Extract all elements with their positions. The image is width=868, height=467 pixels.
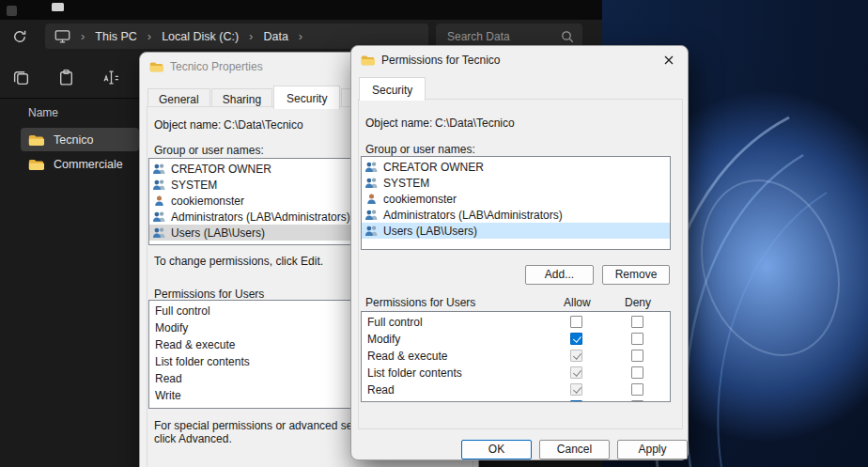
group-name: Users (LAB\Users) bbox=[171, 226, 265, 240]
permissions-for-users-label: Permissions for Users bbox=[154, 288, 264, 301]
explorer-titlebar bbox=[0, 0, 602, 20]
deny-checkbox[interactable] bbox=[631, 333, 643, 345]
object-name-label: Object name: bbox=[365, 117, 432, 130]
folder-icon bbox=[149, 61, 163, 72]
allow-checkbox[interactable] bbox=[570, 400, 582, 402]
user-icon bbox=[364, 193, 379, 205]
advanced-hint-line1: For special permissions or advanced sett… bbox=[154, 419, 374, 432]
group-icon bbox=[152, 179, 166, 191]
group-icon bbox=[364, 177, 379, 189]
object-name-label: Object name: bbox=[154, 118, 221, 132]
user-icon bbox=[152, 195, 166, 207]
group-names-label: Group or user names: bbox=[365, 143, 475, 156]
group-icon bbox=[364, 161, 379, 173]
this-pc-icon[interactable] bbox=[54, 29, 70, 43]
group-name: SYSTEM bbox=[171, 179, 217, 192]
group-icon bbox=[364, 209, 379, 221]
group-icon bbox=[152, 210, 166, 223]
deny-checkbox[interactable] bbox=[631, 316, 643, 328]
dialog-title: Tecnico Properties bbox=[170, 60, 263, 73]
object-name-value: C:\Data\Tecnico bbox=[224, 118, 303, 132]
window-icon bbox=[7, 6, 17, 16]
allow-checkbox bbox=[570, 350, 582, 362]
group-icon bbox=[152, 163, 166, 175]
breadcrumb-data[interactable]: Data bbox=[263, 30, 287, 43]
deny-checkbox[interactable] bbox=[631, 400, 643, 402]
deny-checkbox[interactable] bbox=[631, 350, 643, 362]
permissions-dialog: Permissions for Tecnico Security Object … bbox=[350, 45, 689, 460]
cancel-button[interactable]: Cancel bbox=[539, 440, 610, 459]
file-name: Commerciale bbox=[54, 158, 123, 171]
permission-row-full-control[interactable]: Full control bbox=[362, 314, 670, 331]
folder-icon bbox=[28, 158, 44, 171]
add-button[interactable]: Add... bbox=[525, 265, 594, 285]
permission-row-read[interactable]: Read bbox=[362, 381, 670, 398]
allow-column-header: Allow bbox=[564, 296, 591, 309]
object-name-value: C:\Data\Tecnico bbox=[435, 117, 515, 130]
group-name: cookiemonster bbox=[383, 193, 457, 206]
ok-button[interactable]: OK bbox=[461, 440, 532, 459]
desktop: › This PC › Local Disk (C:) › Data › bbox=[0, 0, 868, 467]
tab-security[interactable]: Security bbox=[273, 86, 340, 109]
folder-icon bbox=[28, 133, 44, 147]
explorer-tab-icon bbox=[52, 3, 64, 11]
allow-checkbox[interactable] bbox=[570, 316, 582, 328]
chevron-right-icon: › bbox=[81, 29, 85, 43]
permissions-for-users-label: Permissions for Users bbox=[365, 296, 475, 309]
group-list-item[interactable]: Administrators (LAB\Administrators) bbox=[362, 207, 670, 223]
column-header-name[interactable]: Name bbox=[28, 106, 58, 119]
edit-hint: To change permissions, click Edit. bbox=[154, 255, 323, 268]
dialog-title: Permissions for Tecnico bbox=[381, 54, 501, 67]
group-name: Administrators (LAB\Administrators) bbox=[383, 209, 563, 222]
group-name: Administrators (LAB\Administrators) bbox=[171, 210, 350, 224]
group-list-item[interactable]: cookiemonster bbox=[362, 191, 670, 207]
folder-icon bbox=[361, 54, 375, 66]
chevron-right-icon: › bbox=[299, 29, 302, 43]
permission-row-modify[interactable]: Modify bbox=[362, 331, 670, 348]
group-name: Users (LAB\Users) bbox=[383, 225, 477, 238]
copy-icon[interactable] bbox=[10, 67, 31, 87]
group-list-item[interactable]: SYSTEM bbox=[362, 175, 670, 191]
tab-security[interactable]: Security bbox=[359, 77, 426, 101]
deny-checkbox[interactable] bbox=[631, 383, 643, 396]
apply-button[interactable]: Apply bbox=[617, 440, 688, 459]
permissions-tabs: Security bbox=[359, 78, 426, 101]
permission-row-write[interactable]: Write bbox=[362, 398, 670, 402]
permissions-list: Full control Modify Read & execute List … bbox=[361, 311, 671, 402]
group-name: cookiemonster bbox=[171, 195, 244, 208]
group-icon bbox=[364, 225, 379, 237]
chevron-right-icon: › bbox=[147, 29, 151, 43]
allow-checkbox bbox=[570, 383, 582, 396]
group-list-item-selected[interactable]: Users (LAB\Users) bbox=[362, 223, 670, 239]
breadcrumb-local-disk-c[interactable]: Local Disk (C:) bbox=[162, 30, 239, 43]
group-name: CREATOR OWNER bbox=[383, 161, 484, 174]
breadcrumb-this-pc[interactable]: This PC bbox=[95, 30, 136, 43]
group-list: CREATOR OWNER SYSTEM cookiemonster Admin… bbox=[361, 156, 671, 250]
allow-checkbox[interactable] bbox=[570, 333, 582, 345]
advanced-hint-line2: click Advanced. bbox=[154, 432, 232, 445]
permission-row-read-execute[interactable]: Read & execute bbox=[362, 348, 670, 365]
file-name: Tecnico bbox=[54, 133, 93, 147]
permissions-dialog-titlebar: Permissions for Tecnico bbox=[351, 46, 688, 74]
chevron-right-icon: › bbox=[249, 29, 253, 43]
file-row-commerciale[interactable]: Commerciale bbox=[21, 152, 139, 176]
group-name: CREATOR OWNER bbox=[171, 163, 271, 176]
deny-column-header: Deny bbox=[625, 296, 651, 309]
permission-row-list-folder-contents[interactable]: List folder contents bbox=[362, 365, 670, 381]
file-row-tecnico[interactable]: Tecnico bbox=[21, 128, 139, 151]
remove-button[interactable]: Remove bbox=[602, 265, 670, 285]
group-icon bbox=[152, 226, 166, 239]
paste-icon[interactable] bbox=[55, 67, 76, 87]
close-icon[interactable] bbox=[654, 49, 684, 71]
group-list-item[interactable]: CREATOR OWNER bbox=[362, 159, 670, 175]
group-name: SYSTEM bbox=[383, 177, 429, 190]
allow-checkbox bbox=[570, 366, 582, 379]
rename-icon[interactable] bbox=[101, 67, 121, 87]
refresh-icon[interactable] bbox=[11, 28, 28, 45]
deny-checkbox[interactable] bbox=[631, 366, 643, 379]
group-names-label: Group or user names: bbox=[154, 144, 264, 157]
